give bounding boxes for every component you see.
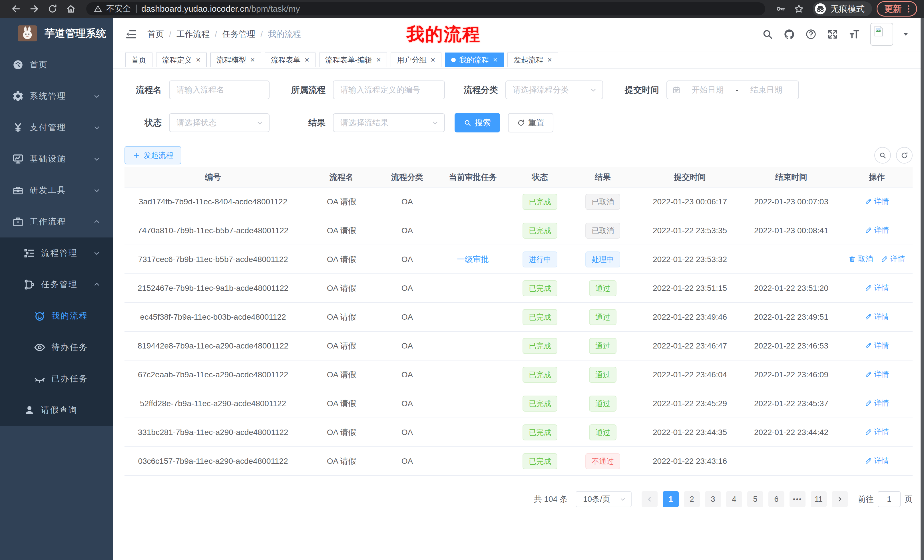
process-definition-input[interactable] [333, 81, 445, 99]
detail-action-link[interactable]: 详情 [865, 456, 889, 466]
tab-home[interactable]: 首页 [125, 52, 153, 67]
start-date-placeholder[interactable]: 开始日期 [681, 84, 734, 95]
tab-my-processes[interactable]: 我的流程× [445, 52, 504, 67]
sidebar-item-payment-management[interactable]: 支付管理 [0, 112, 113, 143]
detail-action-link[interactable]: 详情 [865, 427, 889, 437]
sidebar-item-label: 首页 [30, 59, 48, 70]
avatar[interactable] [870, 23, 893, 46]
sidebar-item-dev-tools[interactable]: 研发工具 [0, 175, 113, 206]
update-button[interactable]: 更新 [877, 1, 917, 16]
cell-current-task [433, 447, 513, 476]
current-task-link[interactable]: 一级审批 [457, 255, 489, 264]
result-select[interactable]: 请选择流结果 [333, 113, 445, 132]
star-icon[interactable] [794, 4, 804, 14]
font-size-icon[interactable] [849, 28, 860, 40]
search-icon[interactable] [762, 28, 773, 40]
tab-process-form-edit[interactable]: 流程表单-编辑× [319, 52, 387, 67]
breadcrumb-item[interactable]: 首页 [147, 28, 164, 40]
cancel-action-link[interactable]: 取消 [849, 254, 873, 264]
detail-action-link[interactable]: 详情 [881, 254, 905, 264]
page-button[interactable]: 6 [768, 491, 784, 507]
browser-chrome: 不安全 dashboard.yudao.iocoder.cn/bpm/task/… [0, 0, 924, 18]
sidebar-item-workflow[interactable]: 工作流程 [0, 206, 113, 238]
tab-process-definition[interactable]: 流程定义× [156, 52, 207, 67]
cell-status: 进行中 [513, 245, 567, 274]
more-pages-icon[interactable]: ••• [789, 491, 806, 507]
next-page-button[interactable] [832, 491, 848, 507]
detail-action-link[interactable]: 详情 [865, 283, 889, 293]
page-button[interactable]: 1 [663, 491, 679, 507]
end-date-placeholder[interactable]: 结束日期 [740, 84, 793, 95]
page-button[interactable]: 2 [684, 491, 700, 507]
search-toggle-button[interactable] [874, 147, 891, 163]
tab-process-form[interactable]: 流程表单× [265, 52, 315, 67]
sidebar-item-process-management[interactable]: 流程管理 [0, 238, 113, 269]
forward-icon[interactable] [29, 4, 39, 14]
table-body: 3ad174fb-7b9d-11ec-8404-acde48001122OA 请… [124, 187, 913, 476]
help-icon[interactable] [805, 28, 817, 40]
sidebar-item-system-management[interactable]: 系统管理 [0, 81, 113, 112]
tab-process-model[interactable]: 流程模型× [210, 52, 261, 67]
sidebar-item-home[interactable]: 首页 [0, 49, 113, 81]
prev-page-button[interactable] [642, 491, 658, 507]
sidebar-item-my-processes[interactable]: 我的流程 [0, 300, 113, 332]
tab-start-process[interactable]: 发起流程× [507, 52, 558, 67]
fullscreen-icon[interactable] [827, 28, 838, 40]
page-button[interactable]: 3 [705, 491, 721, 507]
date-range-picker[interactable]: 开始日期 - 结束日期 [666, 81, 799, 99]
breadcrumb-item[interactable]: 工作流程 [177, 28, 210, 40]
page-button[interactable]: 5 [747, 491, 763, 507]
detail-action-link[interactable]: 详情 [865, 196, 889, 207]
goto-page-input[interactable] [878, 491, 901, 507]
back-icon[interactable] [11, 4, 21, 14]
page-annotation: 我的流程 [406, 22, 481, 46]
reload-icon[interactable] [47, 4, 58, 14]
address-bar[interactable]: 不安全 dashboard.yudao.iocoder.cn/bpm/task/… [86, 2, 765, 15]
category-select[interactable]: 请选择流程分类 [506, 81, 603, 99]
status-select[interactable]: 请选择状态 [169, 113, 270, 132]
close-icon[interactable]: × [304, 56, 309, 64]
sidebar-item-done-tasks[interactable]: 已办任务 [0, 363, 113, 394]
github-icon[interactable] [783, 28, 795, 40]
refresh-button[interactable] [896, 147, 913, 163]
reset-button[interactable]: 重置 [508, 113, 554, 132]
detail-action-link[interactable]: 详情 [865, 312, 889, 322]
close-icon[interactable]: × [548, 56, 552, 64]
create-process-button[interactable]: 发起流程 [124, 146, 182, 165]
sidebar-item-todo-tasks[interactable]: 待办任务 [0, 332, 113, 363]
result-badge: 通过 [589, 424, 616, 440]
security-label[interactable]: 不安全 [106, 3, 131, 15]
create-process-label: 发起流程 [144, 150, 173, 160]
close-icon[interactable]: × [196, 56, 201, 64]
close-icon[interactable]: × [376, 56, 381, 64]
cell-current-task [433, 216, 513, 245]
close-icon[interactable]: × [493, 56, 497, 64]
sidebar-item-infrastructure[interactable]: 基础设施 [0, 143, 113, 175]
window-scrollbar[interactable] [921, 18, 924, 560]
home-icon[interactable] [66, 4, 76, 14]
detail-action-link[interactable]: 详情 [865, 369, 889, 379]
detail-action-link[interactable]: 详情 [865, 398, 889, 408]
filter-status: 状态 请选择状态 [124, 113, 270, 132]
page-button[interactable]: 11 [811, 491, 826, 507]
detail-action-link[interactable]: 详情 [865, 340, 889, 350]
browser-menu-icon[interactable] [904, 4, 914, 14]
cell-status: 已完成 [513, 360, 567, 389]
hamburger-icon[interactable] [125, 28, 137, 40]
close-icon[interactable]: × [430, 56, 435, 64]
app-logo[interactable]: 芋道管理系统 [0, 18, 113, 49]
page-size-select[interactable]: 10条/页 [576, 491, 632, 507]
page-button[interactable]: 4 [726, 491, 742, 507]
key-icon[interactable] [776, 4, 786, 14]
sidebar-item-task-management[interactable]: 任务管理 [0, 269, 113, 300]
breadcrumb-item[interactable]: 任务管理 [222, 28, 255, 40]
process-name-input[interactable] [169, 81, 270, 99]
close-icon[interactable]: × [250, 56, 255, 64]
detail-action-link[interactable]: 详情 [865, 225, 889, 235]
caret-down-icon[interactable] [902, 30, 910, 38]
sidebar-item-leave-query[interactable]: 请假查询 [0, 394, 113, 426]
search-button[interactable]: 搜索 [454, 113, 500, 132]
tab-user-group[interactable]: 用户分组× [391, 52, 441, 67]
cell-process-id: 52ffd28e-7b9a-11ec-a290-acde48001122 [124, 389, 302, 418]
cell-status: 已完成 [513, 331, 567, 360]
